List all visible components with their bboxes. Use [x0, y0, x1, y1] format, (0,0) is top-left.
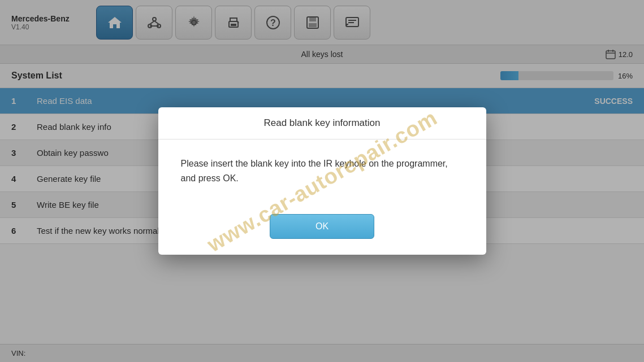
modal-overlay: Read blank key information Please insert…: [0, 0, 644, 362]
modal-dialog: Read blank key information Please insert…: [158, 107, 486, 254]
app-container: Mercedes-Benz V1.40: [0, 0, 644, 362]
modal-body: Please insert the blank key into the IR …: [158, 139, 486, 202]
ok-button[interactable]: OK: [270, 214, 374, 239]
modal-footer: OK: [158, 203, 486, 255]
modal-message: Please insert the blank key into the IR …: [181, 156, 464, 185]
modal-title: Read blank key information: [263, 117, 380, 128]
modal-header: Read blank key information: [158, 107, 486, 139]
